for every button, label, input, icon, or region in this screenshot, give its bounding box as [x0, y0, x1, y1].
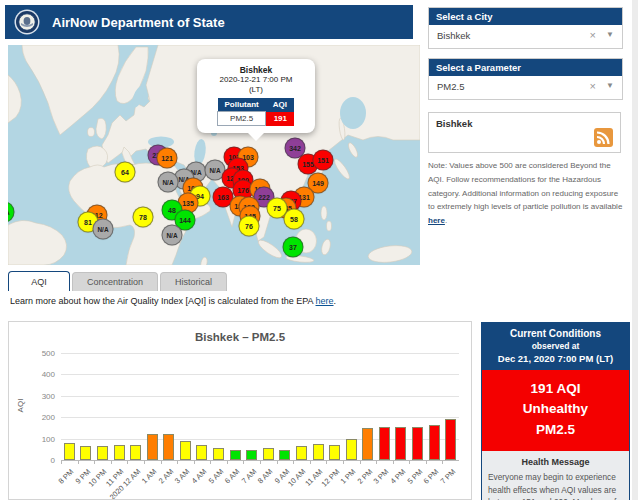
chart-xtick [293, 460, 294, 464]
chart-xtick [111, 460, 112, 464]
chart-xtick [161, 460, 162, 464]
aqi-marker[interactable]: N/A [93, 219, 114, 240]
city-combobox[interactable]: Bishkek × ▼ [429, 25, 622, 48]
chart-gridline [61, 417, 459, 418]
chart-bar[interactable] [130, 445, 141, 460]
chart-bar[interactable] [213, 448, 224, 460]
popup-table: Pollutant AQI PM2.5 191 [217, 98, 295, 126]
chart-xtick [376, 460, 377, 464]
chart-bar[interactable] [329, 445, 340, 460]
chart-xtick [144, 460, 145, 464]
city-clear-icon[interactable]: × [590, 29, 596, 41]
chart-ytick-label: 100 [25, 435, 55, 444]
chart-xtick [442, 460, 443, 464]
aqi-marker[interactable]: 121 [157, 148, 178, 169]
select-city-header: Select a City [429, 8, 622, 25]
chart-bar[interactable] [412, 427, 423, 460]
chart-bar[interactable] [362, 428, 373, 460]
current-conditions-header: Current Conditions observed at Dec 21, 2… [482, 323, 629, 370]
chart-bar[interactable] [230, 450, 241, 460]
select-city-panel: Select a City Bishkek × ▼ [428, 7, 623, 49]
aqi-marker[interactable]: 151 [313, 150, 334, 171]
chart-panel: Bishkek – PM2.5 AQI 01002003004005008 PM… [8, 321, 472, 500]
chart-bar[interactable] [445, 419, 456, 460]
aqi-marker[interactable]: 64 [115, 162, 136, 183]
parameter-caret-icon[interactable]: ▼ [606, 81, 614, 90]
chart-title: Bishkek – PM2.5 [9, 331, 471, 343]
chart-bar[interactable] [346, 439, 357, 460]
aqi-marker[interactable]: 37 [283, 237, 304, 258]
chart-xtick [360, 460, 361, 464]
app-title: AirNow Department of State [52, 15, 225, 30]
chart-bar[interactable] [163, 434, 174, 460]
chart-bar[interactable] [80, 446, 91, 460]
chart-bar[interactable] [296, 446, 307, 460]
cc-health-title: Health Message [488, 457, 623, 467]
note-suffix: . [445, 216, 447, 225]
rss-city-label: Bishkek [436, 118, 472, 129]
popup-city: Bishkek [201, 65, 311, 75]
epa-link[interactable]: here [316, 296, 334, 306]
chart-bar[interactable] [429, 425, 440, 460]
city-caret-icon[interactable]: ▼ [606, 30, 614, 39]
aqi-marker[interactable]: N/A [158, 172, 179, 193]
chart-xtick [177, 460, 178, 464]
aqi-marker[interactable]: N/A [162, 225, 183, 246]
aqi-marker[interactable]: 78 [133, 207, 154, 228]
parameter-combobox[interactable]: PM2.5 × ▼ [429, 76, 622, 99]
chart-bar[interactable] [97, 446, 108, 460]
tab-aqi[interactable]: AQI [8, 271, 70, 291]
popup-datetime: 2020-12-21 7:00 PM [201, 75, 311, 85]
note-here-link[interactable]: here [428, 216, 445, 225]
tab-historical[interactable]: Historical [160, 272, 227, 291]
cc-aqi-block: 191 AQI Unhealthy PM2.5 [482, 370, 629, 451]
aqi-marker[interactable]: 58 [284, 209, 305, 230]
learn-more-prefix: Learn more about how the Air Quality Ind… [10, 296, 316, 306]
popup-timezone: (LT) [201, 85, 311, 95]
chart-bar[interactable] [64, 443, 75, 460]
chart-xtick [393, 460, 394, 464]
popup-col-pollutant: Pollutant [218, 98, 266, 112]
dos-seal-icon [14, 9, 40, 35]
chart-xtick [343, 460, 344, 464]
chart-gridline [61, 374, 459, 375]
learn-more-suffix: . [334, 296, 337, 306]
chart-xtick [426, 460, 427, 464]
cc-aqi-value: 191 AQI [484, 379, 627, 399]
page: AirNow Department of State [0, 0, 638, 500]
chart-xtick [260, 460, 261, 464]
cc-health-message: Health Message Everyone may begin to exp… [482, 451, 629, 500]
popup-col-aqi: AQI [266, 98, 295, 112]
world-map[interactable]: 21612164N/AN/AN/A1039413548144N/A11281N/… [8, 45, 420, 265]
chart-plot-area: AQI 01002003004005008 PM9 PM10 PM11 PMDe… [61, 353, 459, 460]
chart-bar[interactable] [114, 445, 125, 460]
rss-icon[interactable] [594, 128, 613, 147]
chart-ytick-label: 300 [25, 392, 55, 401]
chart-bar[interactable] [395, 427, 406, 460]
chart-xtick [194, 460, 195, 464]
note-text: Note: Values above 500 are considered Be… [428, 161, 622, 211]
beyond-aqi-note: Note: Values above 500 are considered Be… [428, 159, 626, 228]
chart-bar[interactable] [279, 450, 290, 460]
chart-bar[interactable] [263, 448, 274, 460]
cc-pollutant: PM2.5 [484, 420, 627, 440]
cc-aqi-category: Unhealthy [484, 399, 627, 419]
popup-pollutant-value: PM2.5 [218, 112, 266, 126]
aqi-marker[interactable]: 76 [239, 216, 260, 237]
chart-bar[interactable] [147, 434, 158, 460]
parameter-value: PM2.5 [437, 81, 464, 92]
tab-concentration[interactable]: Concentration [72, 272, 158, 291]
parameter-clear-icon[interactable]: × [590, 80, 596, 92]
learn-more-text: Learn more about how the Air Quality Ind… [10, 296, 336, 306]
chart-bar[interactable] [196, 445, 207, 460]
chart-bar[interactable] [180, 441, 191, 460]
chart-xtick [227, 460, 228, 464]
chart-ytick-label: 400 [25, 370, 55, 379]
chart-bar[interactable] [313, 444, 324, 460]
chart-ytick-label: 500 [25, 349, 55, 358]
chart-bar[interactable] [379, 427, 390, 460]
chart-bar[interactable] [246, 450, 257, 460]
select-parameter-panel: Select a Parameter PM2.5 × ▼ [428, 58, 623, 100]
popup-aqi-value: 191 [266, 112, 295, 126]
chart-xtick [210, 460, 211, 464]
